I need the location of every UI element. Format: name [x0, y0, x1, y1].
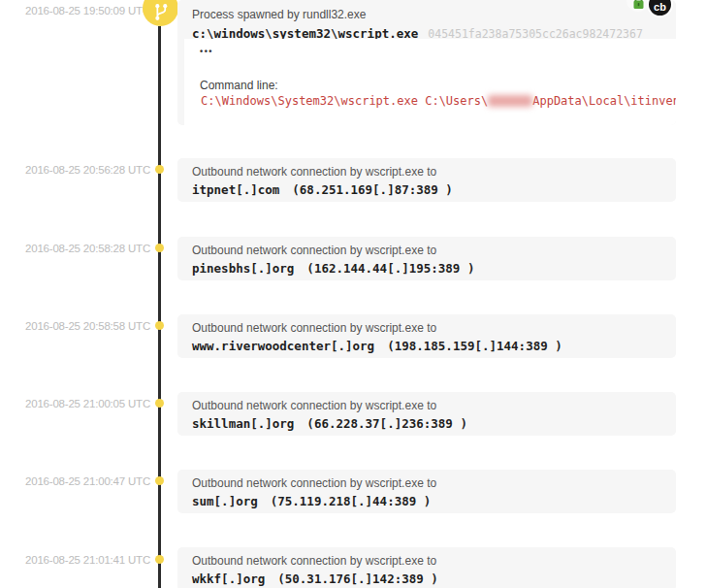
event-address: (68.251.169[.]87:389 ): [292, 182, 453, 197]
event-domain: sum[.]org: [192, 494, 258, 508]
event-connection: wkkf[.]org(50.31.176[.]142:389 ): [177, 572, 676, 586]
timeline-dot: [155, 244, 164, 252]
network-event-card[interactable]: Outbound network connection by wscript.e…: [177, 392, 676, 436]
event-address: (50.31.176[.]142:389 ): [277, 572, 438, 586]
timeline-dot: [155, 321, 164, 330]
carbon-black-logo-text: cb: [654, 2, 666, 13]
network-event-card[interactable]: Outbound network connection by wscript.e…: [177, 237, 676, 280]
timeline-dot: [155, 399, 164, 408]
timeline-axis: [158, 26, 161, 588]
redacted-username-blur: [488, 95, 532, 107]
network-event-card[interactable]: Outbound network connection by wscript.e…: [177, 314, 676, 358]
timestamp-label: 2016-08-25 21:01:41 UTC: [19, 554, 150, 566]
event-description: Outbound network connection by wscript.e…: [177, 321, 676, 335]
network-event-card[interactable]: Outbound network connection by wscript.e…: [177, 547, 676, 588]
event-address: (66.228.37[.]236:389 ): [306, 416, 467, 431]
timestamp-label: 2016-08-25 20:58:28 UTC: [19, 243, 150, 254]
event-domain: pinesbhs[.]org: [192, 261, 294, 276]
event-address: (75.119.218[.]44:389 ): [271, 494, 432, 508]
event-domain: itpnet[.]com: [192, 182, 279, 197]
timestamp-label: 2016-08-25 21:00:05 UTC: [19, 398, 150, 409]
event-address: (162.144.44[.]195:389 ): [306, 261, 474, 276]
event-domain: skillman[.]org: [192, 416, 294, 431]
event-connection: pinesbhs[.]org(162.144.44[.]195:389 ): [177, 261, 676, 276]
spawn-event-card[interactable]: Process spawned by rundll32.exe c:\windo…: [177, 0, 676, 125]
spawn-detail-panel: ••• Command line: C:\Windows\System32\ws…: [184, 39, 676, 125]
event-description: Outbound network connection by wscript.e…: [177, 165, 676, 179]
event-domain: wkkf[.]org: [192, 572, 265, 586]
event-address: (198.185.159[.]144:389 ): [387, 339, 562, 353]
command-line-value: C:\Windows\System32\wscript.exe C:\Users…: [201, 94, 676, 108]
event-description: Outbound network connection by wscript.e…: [177, 554, 676, 568]
timestamp-label: 2016-08-25 21:00:47 UTC: [19, 475, 150, 487]
event-connection: skillman[.]org(66.228.37[.]236:389 ): [177, 416, 676, 431]
process-timeline-page: 2016-08-25 19:50:09 UTC Process spawned …: [0, 0, 706, 588]
event-domain: www.riverwoodcenter[.]org: [192, 339, 374, 353]
event-connection: sum[.]org(75.119.218[.]44:389 ): [177, 494, 676, 508]
fork-icon: [151, 3, 170, 21]
timeline-dot: [155, 555, 164, 564]
event-description: Outbound network connection by wscript.e…: [177, 244, 676, 257]
timeline-dot: [155, 165, 164, 174]
expander-dots-button[interactable]: •••: [200, 47, 213, 56]
timeline-dot: [155, 476, 164, 485]
command-line-label: Command line:: [200, 79, 278, 92]
network-event-card[interactable]: Outbound network connection by wscript.e…: [177, 158, 676, 202]
event-connection: www.riverwoodcenter[.]org(198.185.159[.]…: [177, 339, 676, 353]
timestamp-label: 2016-08-25 20:58:58 UTC: [19, 320, 150, 332]
lock-icon: [632, 0, 645, 10]
spawn-event-title: Process spawned by rundll32.exe: [177, 0, 676, 21]
network-event-card[interactable]: Outbound network connection by wscript.e…: [177, 470, 676, 513]
timestamp-label: 2016-08-25 20:56:28 UTC: [19, 164, 150, 176]
process-fork-node[interactable]: [143, 0, 178, 26]
event-description: Outbound network connection by wscript.e…: [177, 476, 676, 490]
command-prefix: C:\Windows\System32\wscript.exe C:\Users…: [201, 94, 488, 108]
command-suffix: AppData\Local\itinventory.vbs: [532, 94, 676, 108]
event-connection: itpnet[.]com(68.251.169[.]87:389 ): [177, 182, 676, 197]
timestamp-label: 2016-08-25 19:50:09 UTC: [19, 5, 150, 16]
event-description: Outbound network connection by wscript.e…: [177, 399, 676, 412]
